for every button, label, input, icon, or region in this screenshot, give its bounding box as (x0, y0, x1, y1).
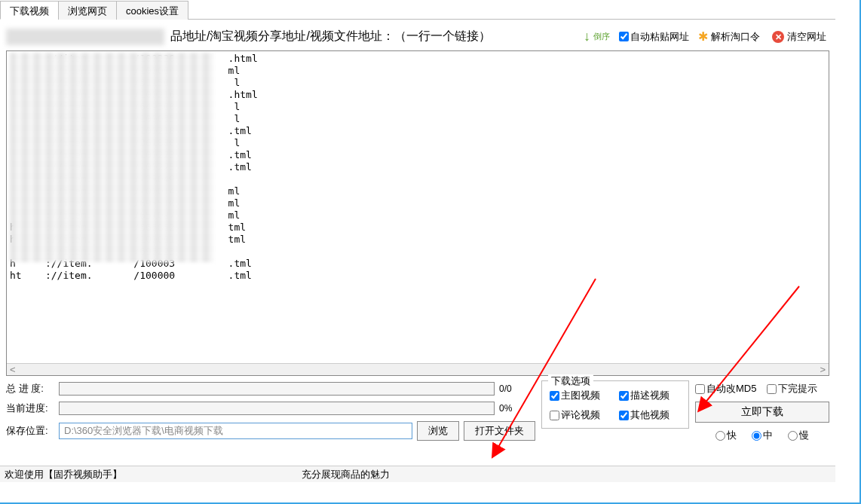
label-medium: 中 (763, 429, 773, 442)
reverse-order-button[interactable]: ↓ 倒序 (581, 27, 613, 46)
current-progress-text: 0% (499, 403, 535, 414)
opt-main-video[interactable]: 主图视频 (550, 389, 611, 402)
tabs-bar: 下载视频 浏览网页 cookies设置 (0, 0, 835, 20)
statusbar: 欢迎使用【固乔视频助手】 充分展现商品的魅力 (0, 466, 835, 482)
opt-comment-video[interactable]: 评论视频 (550, 408, 611, 422)
clear-label: 清空网址 (787, 30, 826, 44)
scroll-left-icon[interactable]: < (7, 364, 19, 375)
close-icon: ✕ (772, 31, 784, 43)
checkbox-auto-md5[interactable] (695, 384, 705, 394)
bottom-panel: 总 进 度: 0/0 当前进度: 0% 保存位置: 浏览 打开文件夹 下载选项 (0, 376, 835, 453)
speed-slow[interactable]: 慢 (788, 429, 809, 442)
bottom-right: 自动改MD5 下完提示 立即下载 快 中 慢 (695, 382, 829, 447)
horizontal-scrollbar[interactable]: < > (7, 363, 829, 375)
url-prompt-label: 品地址/淘宝视频分享地址/视频文件地址：（一行一个链接） (170, 29, 575, 44)
tab-cookies[interactable]: cookies设置 (116, 1, 188, 20)
tab-download[interactable]: 下载视频 (0, 1, 59, 20)
radio-fast[interactable] (715, 431, 725, 441)
label-auto-md5: 自动改MD5 (706, 382, 756, 396)
checkbox-done-tip[interactable] (767, 384, 777, 394)
checkbox-main-video[interactable] (550, 391, 559, 401)
radio-slow[interactable] (788, 431, 798, 441)
label-fast: 快 (727, 429, 737, 442)
opt-other-video[interactable]: 其他视频 (619, 408, 681, 422)
parse-label: 解析淘口令 (711, 30, 760, 44)
redacted-prefix (6, 29, 164, 45)
total-progress-label: 总 进 度: (6, 382, 54, 396)
autopaste-checkbox[interactable] (619, 32, 629, 41)
bottom-left: 总 进 度: 0/0 当前进度: 0% 保存位置: 浏览 打开文件夹 (6, 382, 535, 447)
label-desc-video: 描述视频 (630, 389, 669, 402)
current-progress-label: 当前进度: (6, 402, 54, 415)
open-folder-button[interactable]: 打开文件夹 (464, 421, 535, 441)
autopaste-label: 自动粘贴网址 (630, 30, 689, 44)
total-progress-text: 0/0 (499, 383, 535, 394)
opt-done-tip[interactable]: 下完提示 (767, 382, 817, 396)
toolbar: 品地址/淘宝视频分享地址/视频文件地址：（一行一个链接） ↓ 倒序 自动粘贴网址… (0, 20, 835, 50)
down-arrow-icon: ↓ (584, 29, 590, 44)
download-options: 下载选项 主图视频 描述视频 评论视频 (541, 382, 689, 447)
statusbar-welcome: 欢迎使用【固乔视频助手】 (0, 468, 122, 481)
autopaste-checkbox-wrap[interactable]: 自动粘贴网址 (619, 30, 689, 44)
speed-fast[interactable]: 快 (715, 429, 737, 442)
current-progress-bar (59, 402, 495, 415)
options-legend: 下载选项 (548, 374, 593, 388)
label-slow: 慢 (799, 429, 809, 442)
opt-desc-video[interactable]: 描述视频 (619, 389, 681, 402)
radio-medium[interactable] (752, 431, 761, 441)
checkbox-comment-video[interactable] (550, 411, 559, 420)
browse-button[interactable]: 浏览 (417, 421, 459, 441)
reverse-label: 倒序 (593, 32, 610, 41)
tab-browse[interactable]: 浏览网页 (58, 1, 117, 20)
clear-urls-button[interactable]: ✕ 清空网址 (769, 29, 829, 45)
statusbar-slogan: 充分展现商品的魅力 (302, 468, 390, 481)
parse-taokouling-button[interactable]: ✱ 解析淘口令 (695, 28, 763, 45)
checkbox-other-video[interactable] (619, 411, 629, 420)
scroll-right-icon[interactable]: > (817, 364, 829, 375)
speed-medium[interactable]: 中 (752, 429, 773, 442)
save-path-input[interactable] (59, 423, 412, 439)
checkbox-desc-video[interactable] (619, 391, 629, 401)
puzzle-icon: ✱ (698, 29, 708, 44)
total-progress-bar (59, 382, 495, 396)
save-path-label: 保存位置: (6, 424, 54, 438)
opt-auto-md5[interactable]: 自动改MD5 (695, 382, 756, 396)
url-textarea[interactable] (7, 51, 829, 365)
label-done-tip: 下完提示 (778, 382, 817, 396)
label-comment-video: 评论视频 (561, 408, 600, 422)
label-main-video: 主图视频 (561, 389, 600, 402)
label-other-video: 其他视频 (630, 408, 669, 422)
url-textarea-wrap: ://item. /100220 .html ://item. /100004 … (6, 50, 829, 376)
download-now-button[interactable]: 立即下载 (695, 402, 829, 423)
